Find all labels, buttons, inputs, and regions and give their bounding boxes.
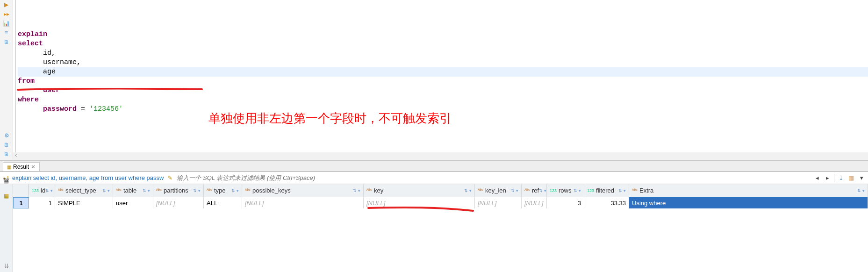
text-mode-icon[interactable]: ⇊ [4,263,9,269]
null-value: [NULL] [156,200,175,207]
column-header-select_type[interactable]: ᴬᴮᶜselect_type⇅ ▾ [55,184,113,197]
settings-result-icon[interactable]: ▾ [858,174,865,182]
column-label: key [374,187,383,194]
result-tab-strip: ▦ Result ✕ [0,160,868,172]
code-line[interactable]: age [18,67,868,77]
row-number[interactable]: 1 [13,197,29,208]
editor-horizontal-scroll[interactable] [13,152,868,160]
column-label: select_type [65,187,96,194]
format-icon[interactable]: ≡ [3,29,10,36]
null-value: [NULL] [366,200,385,207]
row-number-header[interactable] [13,184,29,197]
sort-filter-icon[interactable]: ⇅ ▾ [231,188,239,193]
cell-partitions[interactable]: [NULL] [153,197,204,208]
divider [834,174,834,182]
code-line[interactable]: username, [18,58,868,67]
cell-table[interactable]: user [113,197,153,208]
sql-code-area[interactable]: explainselect id, username, agefrom user… [13,0,868,160]
sort-filter-icon[interactable]: ⇅ ▾ [193,188,201,193]
columns-config-icon[interactable]: ▦ [847,174,855,182]
grid-mode-icon[interactable]: ▦ [4,193,9,199]
filter-input[interactable] [174,173,811,183]
column-header-type[interactable]: ᴬᴮᶜtype⇅ ▾ [204,184,242,197]
explain-plan-icon[interactable]: 📊 [3,20,10,27]
last-page-icon[interactable]: ▸ [824,174,831,182]
grid-mode-sidebar: 网格 ▦ ⇊ [0,184,13,272]
column-header-filtered[interactable]: 123filtered⇅ ▾ [584,184,629,197]
sort-filter-icon[interactable]: ⇅ ▾ [857,188,865,193]
close-icon[interactable]: ✕ [31,164,36,170]
cell-select_type[interactable]: SIMPLE [55,197,113,208]
column-label: id [41,187,45,194]
number-column-icon: 123 [32,188,39,193]
editor-vertical-toolbar: ▶ ▸▸ 📊 ≡ 🗎 ⚙ 🗎 🗎 [0,0,13,160]
sort-filter-icon[interactable]: ⇅ ▾ [143,188,150,193]
sort-filter-icon[interactable]: ⇅ ▾ [45,188,53,193]
settings-icon[interactable]: ⚙ [3,132,10,139]
run-step-icon[interactable]: ▸▸ [3,10,10,18]
cell-filtered[interactable]: 33.33 [584,197,629,208]
sort-filter-icon[interactable]: ⇅ ▾ [574,188,581,193]
column-header-ref[interactable]: ᴬᴮᶜref⇅ ▾ [522,184,547,197]
column-header-rows[interactable]: 123rows⇅ ▾ [547,184,584,197]
save-icon[interactable]: 🗎 [3,38,10,46]
string-column-icon: ᴬᴮᶜ [478,188,483,193]
annotation-underline [17,88,203,91]
cell-type[interactable]: ALL [204,197,242,208]
column-header-id[interactable]: 123id⇅ ▾ [29,184,55,197]
null-value: [NULL] [478,200,496,207]
grid-icon: ▦ [7,165,11,170]
export-result-icon[interactable]: ⤓ [837,174,845,182]
cell-Extra[interactable]: Using where [629,197,868,208]
code-line[interactable]: where [18,95,868,105]
column-label: Extra [639,187,653,194]
grid-header-row: 123id⇅ ▾ᴬᴮᶜselect_type⇅ ▾ᴬᴮᶜtable⇅ ▾ᴬᴮᶜp… [13,184,868,197]
null-value: [NULL] [524,200,543,207]
cell-key_len[interactable]: [NULL] [475,197,522,208]
cell-rows[interactable]: 3 [547,197,584,208]
import-icon[interactable]: 🗎 [3,150,10,158]
column-label: type [214,187,226,194]
code-line[interactable]: select [18,39,868,49]
refresh-icon[interactable]: ✎ [165,174,174,182]
tab-label: Result [13,164,29,170]
string-column-icon: ᴬᴮᶜ [245,188,251,193]
column-header-key[interactable]: ᴬᴮᶜkey⇅ ▾ [364,184,475,197]
cell-id[interactable]: 1 [29,197,55,208]
first-page-icon[interactable]: ◂ [813,174,821,182]
column-label: rows [559,187,571,194]
column-label: ref [532,187,539,194]
sort-filter-icon[interactable]: ⇅ ▾ [539,188,546,193]
cell-possible_keys[interactable]: [NULL] [242,197,364,208]
column-label: key_len [485,187,506,194]
string-column-icon: ᴬᴮᶜ [524,188,530,193]
string-column-icon: ᴬᴮᶜ [632,188,638,193]
code-line[interactable]: explain [18,30,868,39]
sort-filter-icon[interactable]: ⇅ ▾ [102,188,110,193]
sort-filter-icon[interactable]: ⇅ ▾ [353,188,360,193]
tab-result[interactable]: ▦ Result ✕ [3,162,40,171]
column-header-table[interactable]: ᴬᴮᶜtable⇅ ▾ [113,184,153,197]
column-header-Extra[interactable]: ᴬᴮᶜExtra⇅ ▾ [629,184,868,197]
column-header-partitions[interactable]: ᴬᴮᶜpartitions⇅ ▾ [153,184,204,197]
executed-sql-preview: explain select id, username, age from us… [10,174,165,181]
column-label: possible_keys [252,187,291,194]
string-column-icon: ᴬᴮᶜ [156,188,162,193]
code-line[interactable]: user [18,86,868,95]
sort-filter-icon[interactable]: ⇅ ▾ [618,188,626,193]
sql-toggle-icon[interactable]: ∘T [2,174,10,182]
code-line[interactable]: id, [18,49,868,58]
sort-filter-icon[interactable]: ⇅ ▾ [511,188,518,193]
column-header-key_len[interactable]: ᴬᴮᶜkey_len⇅ ▾ [475,184,522,197]
column-header-possible_keys[interactable]: ᴬᴮᶜpossible_keys⇅ ▾ [242,184,364,197]
code-line[interactable]: from [18,77,868,86]
string-column-icon: ᴬᴮᶜ [207,188,212,193]
annotation-underline-key [367,206,475,213]
sort-filter-icon[interactable]: ⇅ ▾ [464,188,472,193]
sql-editor: ▶ ▸▸ 📊 ≡ 🗎 ⚙ 🗎 🗎 explainselect id, usern… [0,0,868,160]
run-icon[interactable]: ▶ [3,1,10,8]
column-label: partitions [164,187,188,194]
export-icon[interactable]: 🗎 [3,141,10,149]
cell-ref[interactable]: [NULL] [522,197,547,208]
number-column-icon: 123 [587,188,594,193]
